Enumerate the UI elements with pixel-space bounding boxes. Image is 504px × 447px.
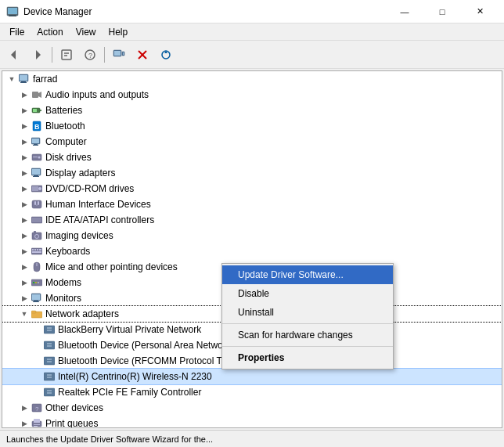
ide-expand[interactable]: ▶ — [18, 214, 31, 226]
tree-item-print[interactable]: ▶ Print queues — [2, 416, 502, 428]
context-menu-disable[interactable]: Disable — [222, 284, 393, 303]
tree-root[interactable]: ▼ farrad — [2, 71, 502, 87]
tree-item-display[interactable]: ▶ Display adapters — [2, 165, 502, 181]
tree-item-dvd[interactable]: ▶ DVD/CD-ROM drives — [2, 181, 502, 196]
svg-rect-3 — [9, 16, 16, 16]
tree-item-ide[interactable]: ▶ IDE ATA/ATAPI controllers — [2, 212, 502, 228]
batteries-label: Batteries — [45, 105, 82, 116]
svg-rect-58 — [37, 249, 38, 251]
print-expand[interactable]: ▶ — [18, 417, 31, 428]
bt2-label: Bluetooth Device (RFCOMM Protocol TDI) — [58, 355, 235, 366]
context-menu: Update Driver Software... Disable Uninst… — [221, 263, 394, 369]
tree-item-hid[interactable]: ▶ Human Interface Devices — [2, 196, 502, 212]
disk-expand[interactable]: ▶ — [18, 151, 31, 164]
title-bar: Device Manager — □ ✕ — [0, 0, 504, 23]
svg-rect-44 — [32, 200, 41, 208]
svg-rect-91 — [34, 419, 40, 423]
svg-rect-45 — [34, 201, 36, 205]
bt1-label: Bluetooth Device (Personal Area Network) — [58, 340, 234, 351]
root-expand[interactable]: ▼ — [5, 73, 18, 85]
audio-expand[interactable]: ▶ — [18, 88, 31, 101]
svg-rect-32 — [34, 144, 38, 145]
bluetooth-label: Bluetooth — [45, 121, 85, 132]
audio-label: Audio inputs and outputs — [45, 89, 149, 100]
back-button[interactable] — [3, 44, 25, 66]
bb-label: BlackBerry Virtual Private Network — [58, 324, 201, 335]
svg-rect-46 — [38, 201, 39, 205]
modem-icon — [31, 276, 43, 289]
svg-rect-38 — [32, 169, 40, 175]
monitors-expand[interactable]: ▶ — [18, 292, 31, 305]
network-expand[interactable]: ▼ — [18, 308, 31, 320]
menu-file[interactable]: File — [3, 25, 31, 39]
other-icon: ? — [31, 402, 43, 414]
close-button[interactable]: ✕ — [462, 0, 498, 23]
realtek-label: Realtek PCIe FE Family Controller — [58, 387, 201, 398]
modems-label: Modems — [45, 277, 81, 288]
intel-label: Intel(R) Centrino(R) Wireless-N 2230 — [58, 371, 212, 382]
svg-point-35 — [38, 157, 41, 159]
display-label: Display adapters — [45, 168, 115, 178]
tree-item-intel[interactable]: ▶ Intel(R) Centrino(R) Wireless-N 2230 — [2, 369, 502, 384]
battery-icon — [31, 104, 43, 117]
svg-marker-24 — [38, 92, 41, 98]
svg-rect-93 — [34, 426, 38, 427]
mice-expand[interactable]: ▶ — [18, 261, 31, 273]
delete-button[interactable] — [131, 44, 153, 66]
device-manager-button[interactable] — [108, 44, 130, 66]
computer-icon — [18, 73, 31, 85]
window-title: Device Manager — [23, 6, 92, 17]
help-button[interactable]: ? — [79, 44, 101, 66]
forward-button[interactable] — [27, 44, 49, 66]
device-tree[interactable]: ▼ farrad ▶ Audio input — [2, 70, 502, 428]
svg-rect-72 — [31, 311, 36, 313]
svg-rect-14 — [123, 52, 124, 55]
svg-rect-68 — [32, 294, 40, 300]
menu-view[interactable]: View — [70, 25, 103, 39]
svg-rect-12 — [114, 51, 121, 56]
properties-button[interactable] — [56, 44, 77, 66]
bluetooth-expand[interactable]: ▶ — [18, 120, 31, 132]
display-icon — [31, 167, 43, 179]
netdev-intel-icon — [43, 370, 56, 383]
dvd-label: DVD/CD-ROM drives — [45, 183, 134, 194]
tree-item-realtek[interactable]: ▶ Realtek PCIe FE Family Controller — [2, 384, 502, 400]
batteries-expand[interactable]: ▶ — [18, 104, 31, 117]
menu-help[interactable]: Help — [103, 25, 135, 39]
tree-item-disk[interactable]: ▶ Disk drives — [2, 150, 502, 165]
toolbar-separator-2 — [104, 47, 105, 63]
context-menu-scan[interactable]: Scan for hardware changes — [222, 326, 393, 344]
dvd-expand[interactable]: ▶ — [18, 182, 31, 195]
context-menu-uninstall[interactable]: Uninstall — [222, 303, 393, 322]
computer-label: Computer — [45, 136, 87, 147]
tree-item-keyboards[interactable]: ▶ Keyboards — [2, 243, 502, 259]
display-expand[interactable]: ▶ — [18, 167, 31, 179]
netdev-bt2-icon — [43, 355, 56, 367]
context-menu-separator — [222, 323, 393, 324]
keyboards-expand[interactable]: ▶ — [18, 245, 31, 258]
hid-expand[interactable]: ▶ — [18, 198, 31, 211]
scan-button[interactable] — [155, 44, 177, 66]
svg-point-64 — [33, 282, 34, 283]
computer-expand[interactable]: ▶ — [18, 135, 31, 148]
context-menu-update[interactable]: Update Driver Software... — [222, 265, 393, 284]
tree-item-imaging[interactable]: ▶ Imaging devices — [2, 228, 502, 243]
svg-rect-54 — [34, 231, 36, 233]
tree-item-bluetooth[interactable]: ▶ B Bluetooth — [2, 118, 502, 134]
tree-item-other[interactable]: ▶ ? Other devices — [2, 400, 502, 416]
other-expand[interactable]: ▶ — [18, 402, 31, 414]
modems-expand[interactable]: ▶ — [18, 276, 31, 289]
context-menu-properties[interactable]: Properties — [222, 348, 393, 367]
maximize-button[interactable]: □ — [424, 0, 460, 23]
menu-action[interactable]: Action — [31, 25, 69, 39]
minimize-button[interactable]: — — [387, 0, 423, 23]
tree-item-audio[interactable]: ▶ Audio inputs and outputs — [2, 87, 502, 103]
svg-rect-39 — [34, 175, 38, 176]
status-bar: Launches the Update Driver Software Wiza… — [0, 430, 504, 447]
keyboards-label: Keyboards — [45, 246, 90, 257]
tree-item-computer[interactable]: ▶ Computer — [2, 134, 502, 150]
tree-item-batteries[interactable]: ▶ Batteries — [2, 103, 502, 118]
imaging-expand[interactable]: ▶ — [18, 229, 31, 242]
svg-point-65 — [35, 282, 37, 283]
svg-rect-27 — [40, 110, 41, 111]
